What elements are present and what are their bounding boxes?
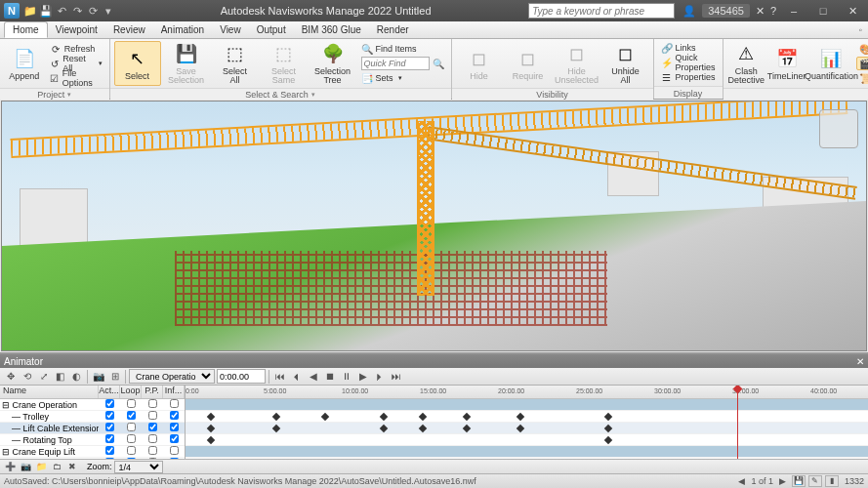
select-same-button[interactable]: ⬚Select Same [261,41,308,86]
step-back-icon[interactable]: ⏴ [289,369,304,384]
tab-output[interactable]: Output [249,22,294,37]
3d-viewport[interactable] [1,101,867,351]
translate-icon[interactable]: ✥ [3,369,18,384]
anim-row[interactable]: ⊟ Crane Equip Lift [0,446,185,458]
animator-close-icon[interactable]: ✕ [856,356,864,367]
add-folder-icon[interactable]: 🗀 [50,461,63,473]
checkbox-pp[interactable] [148,434,157,443]
checkbox-loop[interactable] [127,423,136,431]
file-options-button[interactable]: ☑File Options [47,71,105,85]
checkbox-pp[interactable] [148,399,157,408]
timeline-ruler[interactable]: 0:005:00.0010:00.0015:00.0020:00.0025:00… [186,386,868,399]
zoom-selector[interactable]: 1/4 [114,461,163,473]
chevron-down-icon[interactable]: ▾ [311,91,315,99]
selection-tree-button[interactable]: 🌳Selection Tree [310,41,356,86]
maximize-button[interactable]: □ [811,3,835,19]
col-name[interactable]: Name [0,386,99,398]
sheet-next-icon[interactable]: ▶ [779,476,786,486]
timeline-track[interactable] [186,446,868,458]
tab-review[interactable]: Review [105,22,153,37]
help-search-input[interactable] [528,3,675,19]
col-active[interactable]: Act... [99,386,120,398]
tab-view[interactable]: View [212,22,249,37]
unhide-all-button[interactable]: ◻Unhide All [602,41,649,86]
qat-open-icon[interactable]: 📁 [23,4,37,18]
select-all-button[interactable]: ⬚Select All [212,41,259,86]
checkbox-loop[interactable] [127,434,136,443]
scripter-button[interactable]: 📜Scripter [856,71,868,85]
sheet-prev-icon[interactable]: ◀ [738,476,745,486]
playhead[interactable] [737,386,738,459]
checkbox-pp[interactable] [148,423,157,431]
checkbox-pp[interactable] [148,411,157,420]
qat-refresh-icon[interactable]: ⟳ [86,4,100,18]
keyframe[interactable] [604,436,612,444]
anim-row[interactable]: — Lift Cable Extension [0,423,185,434]
checkbox-pp[interactable] [148,446,157,455]
keyframe[interactable] [380,425,388,432]
checkbox-act[interactable] [105,411,114,420]
tab-bim360[interactable]: BIM 360 Glue [294,22,369,37]
status-pencil-icon[interactable]: ✎ [808,475,822,487]
tab-home[interactable]: Home [4,21,48,38]
stop-icon[interactable]: ⏹ [322,369,337,384]
keyframe[interactable] [207,413,215,421]
timeliner-button[interactable]: 📅TimeLiner [767,41,806,86]
timeline-track[interactable] [186,399,868,411]
checkbox-act[interactable] [105,434,114,443]
properties-button[interactable]: ☰Properties [658,70,719,84]
color-icon[interactable]: ◧ [53,369,67,384]
capture-keyframe-icon[interactable]: 📷 [91,369,105,384]
keyframe[interactable] [517,413,524,421]
append-button[interactable]: 📄 Append [4,41,45,86]
timeline-track[interactable] [186,423,868,434]
checkbox-inf[interactable] [170,434,179,443]
add-scene-icon[interactable]: ➕ [3,461,17,473]
add-set-icon[interactable]: 📁 [34,461,48,473]
col-pp[interactable]: P.P. [142,386,163,398]
exchange-icon[interactable]: ✕ [756,5,765,18]
status-memory-icon[interactable]: ▮ [825,475,839,487]
keyframe[interactable] [463,425,471,432]
close-button[interactable]: ✕ [841,3,864,19]
checkbox-loop[interactable] [127,446,136,455]
snap-icon[interactable]: ⊞ [107,369,122,384]
rendering-button[interactable]: 🎨Autodesk Rendering [856,42,868,56]
chevron-down-icon[interactable]: ▾ [67,91,71,99]
view-cube[interactable] [819,109,858,148]
step-forward-icon[interactable]: ⏵ [372,369,387,384]
checkbox-inf[interactable] [170,423,179,431]
quick-find-input[interactable] [361,57,430,70]
quantification-button[interactable]: 📊Quantification [807,41,854,86]
app-icon[interactable]: N [4,3,20,19]
checkbox-inf[interactable] [170,446,179,455]
animator-timeline[interactable]: 0:005:00.0010:00.0015:00.0020:00.0025:00… [186,386,868,459]
keyframe[interactable] [321,413,329,421]
checkbox-inf[interactable] [170,399,179,408]
keyframe[interactable] [604,413,612,421]
animator-button[interactable]: 🎬Animator [856,57,868,70]
play-icon[interactable]: ▶ [355,369,370,384]
checkbox-loop[interactable] [127,399,136,408]
pause-icon[interactable]: ⏸ [339,369,353,384]
select-button[interactable]: ↖Select [114,41,161,86]
hide-unselected-button[interactable]: ◻Hide Unselected [554,41,600,86]
keyframe[interactable] [463,413,471,421]
keyframe[interactable] [272,413,280,421]
keyframe[interactable] [517,425,524,432]
col-infinite[interactable]: Inf... [163,386,185,398]
tab-animation[interactable]: Animation [153,22,212,37]
timeline-track[interactable] [186,411,868,423]
signin-icon[interactable]: 👤 [682,5,696,18]
sets-button[interactable]: 📑Sets▾ [358,71,447,85]
tab-viewpoint[interactable]: Viewpoint [48,22,105,37]
play-reverse-icon[interactable]: ◀ [306,369,320,384]
anim-row[interactable]: ⊟ Crane Operation [0,399,185,411]
keyframe[interactable] [207,436,215,444]
keyframe[interactable] [272,425,280,432]
scale-icon[interactable]: ⤢ [36,369,51,384]
animator-header[interactable]: Animator ✕ [0,354,868,368]
scene-selector[interactable]: Crane Operatio [129,369,215,384]
anim-row[interactable]: — Rotating Top [0,434,185,446]
qat-save-icon[interactable]: 💾 [39,4,53,18]
